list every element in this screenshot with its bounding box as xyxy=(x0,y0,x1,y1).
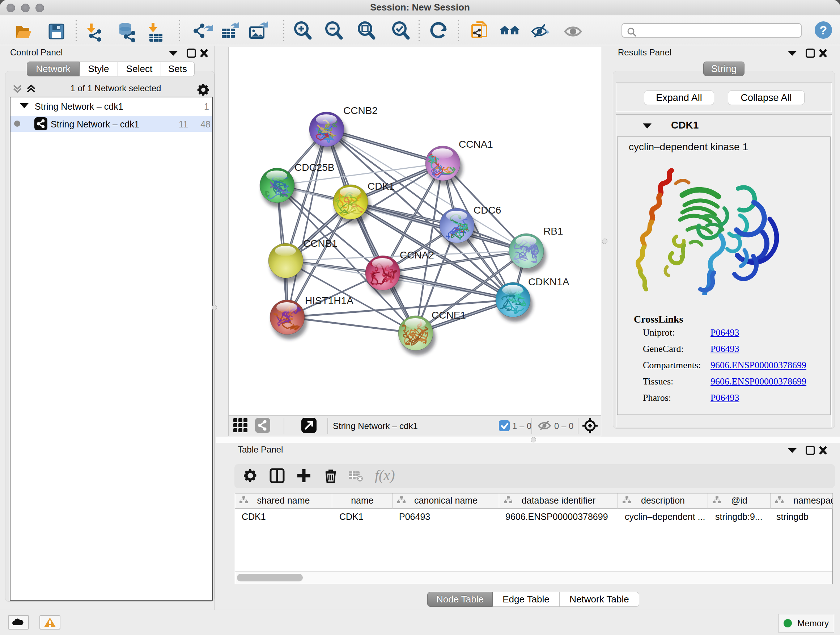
svg-text:CDK1: CDK1 xyxy=(368,181,395,192)
svg-text:CCNB1: CCNB1 xyxy=(303,238,338,249)
svg-text:CCNE1: CCNE1 xyxy=(431,310,466,321)
svg-text:CCNA1: CCNA1 xyxy=(459,139,493,150)
svg-text:f(x): f(x) xyxy=(375,468,395,483)
svg-text:CCNB2: CCNB2 xyxy=(343,105,378,116)
svg-text:CDC25B: CDC25B xyxy=(294,162,334,173)
svg-text:CDC6: CDC6 xyxy=(474,204,501,216)
svg-text:HIST1H1A: HIST1H1A xyxy=(305,295,354,306)
svg-text:CDKN1A: CDKN1A xyxy=(528,276,569,287)
svg-text:RB1: RB1 xyxy=(543,226,563,237)
svg-text:CCNA2: CCNA2 xyxy=(400,249,434,261)
